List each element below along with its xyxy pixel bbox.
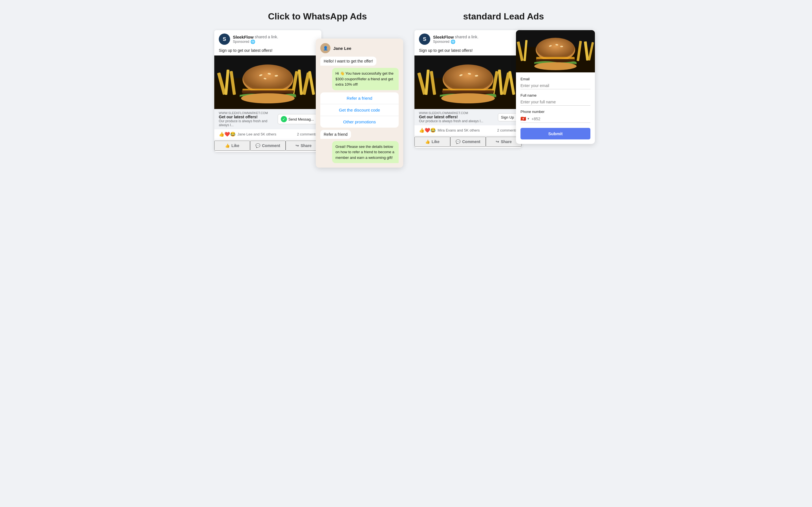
right-fb-avatar-letter: S (423, 36, 426, 42)
right-comment-button[interactable]: 💬 Comment (450, 136, 486, 147)
right-fb-header: S SleekFlow shared a link. Sponsored 🌐 (414, 30, 522, 48)
email-field-group: Email (520, 77, 591, 89)
phone-field-group: Phone number 🇭🇰 ▼ (520, 110, 591, 123)
svg-rect-17 (242, 91, 294, 93)
share-icon-right: ↪ (496, 139, 499, 144)
wa-chat-card: 👤 Jane Lee Hello! I want to get the offe… (316, 39, 403, 168)
left-reactions-wrapper: 👍 ❤️ 😂 Jane Lee and 5K others (219, 131, 276, 137)
left-section: S SleekFlow shared a link. Sponsored 🌐 S… (214, 30, 403, 168)
left-fb-reactions: 👍 ❤️ 😂 Jane Lee and 5K others 2 comments (214, 129, 321, 139)
left-fb-link-meta: WWW.SLEEKFLOWMARKET.COM Get our latest o… (219, 111, 278, 127)
left-comments-count: 2 comments (297, 132, 317, 136)
left-fb-name: SleekFlow shared a link. (233, 35, 278, 40)
left-fb-link-bar: WWW.SLEEKFLOWMARKET.COM Get our latest o… (214, 109, 321, 129)
wa-user-message: Hello! I want to get the offer! (320, 57, 399, 68)
left-fb-avatar-letter: S (223, 36, 226, 42)
right-fb-link-title: Get our latest offers! (419, 115, 483, 119)
titles-row: Click to WhatsApp Ads standard Lead Ads (209, 11, 603, 22)
left-emoji-reactions: 👍 ❤️ 😂 (219, 131, 236, 137)
lead-form-fields: Email Full name Phone number 🇭🇰 (516, 72, 595, 144)
submit-button[interactable]: Submit (520, 128, 591, 139)
right-fb-avatar: S (419, 34, 430, 45)
right-fb-reactions: 👍 ❤️ 😂 Mira Evans and 5K others 2 commen… (414, 125, 522, 135)
wa-bot-reply-wrapper: Hi 👋 You have successfully get the $300 … (320, 68, 399, 93)
wa-btn-discount-code[interactable]: Get the discount code (320, 104, 399, 116)
right-fb-caption: Sign up to get our latest offers! (414, 48, 522, 55)
wa-user-reply-wrapper: Refer a friend (320, 130, 399, 141)
whatsapp-icon-left: ✓ (281, 116, 287, 122)
right-like-reaction: 👍 (419, 128, 424, 133)
right-fb-meta: SleekFlow shared a link. Sponsored 🌐 (433, 35, 478, 44)
right-section-title: standard Lead Ads (463, 11, 544, 22)
wa-contact-name: Jane Lee (333, 46, 351, 51)
left-fb-link-url: WWW.SLEEKFLOWMARKET.COM (219, 111, 278, 115)
wa-btn-other-promotions[interactable]: Other promotions (320, 116, 399, 128)
left-comment-button[interactable]: 💬 Comment (250, 140, 286, 151)
left-fb-avatar: S (219, 34, 230, 45)
right-reactions-wrapper: 👍 ❤️ 😂 Mira Evans and 5K others (419, 128, 480, 133)
love-reaction: ❤️ (224, 131, 230, 137)
right-love-reaction: ❤️ (424, 128, 430, 133)
wa-chat-header: 👤 Jane Lee (320, 43, 399, 53)
email-input[interactable] (520, 82, 591, 89)
wa-user-reply: Refer a friend (320, 130, 351, 139)
svg-point-36 (441, 93, 495, 103)
fullname-label: Full name (520, 93, 591, 98)
phone-flag-chevron: ▼ (527, 117, 530, 120)
phone-flag-selector[interactable]: 🇭🇰 ▼ (520, 116, 530, 121)
right-emoji-reactions: 👍 ❤️ 😂 (419, 128, 436, 133)
svg-point-48 (560, 46, 563, 47)
right-signup-button[interactable]: Sign Up (498, 113, 517, 121)
left-fb-link-title: Get our latest offers! (219, 115, 278, 119)
svg-point-45 (536, 38, 574, 59)
thumbs-up-icon-left: 👍 (225, 144, 230, 148)
left-reactions-text: Jane Lee and 5K others (238, 132, 276, 136)
content-row: S SleekFlow shared a link. Sponsored 🌐 S… (209, 30, 603, 168)
left-like-button[interactable]: 👍 Like (214, 140, 250, 151)
like-reaction: 👍 (219, 131, 224, 137)
svg-point-29 (443, 64, 493, 92)
left-fb-card: S SleekFlow shared a link. Sponsored 🌐 S… (214, 30, 321, 152)
lead-form-image (516, 30, 595, 72)
left-send-message-button[interactable]: ✓ Send Messag... (278, 114, 317, 124)
right-reactions-text: Mira Evans and 5K others (438, 128, 480, 132)
left-food-image (214, 55, 321, 109)
left-food-svg (214, 55, 321, 109)
svg-point-51 (534, 62, 576, 70)
lead-form-card: Email Full name Phone number 🇭🇰 (516, 30, 595, 144)
left-fb-sponsored: Sponsored 🌐 (233, 40, 278, 44)
left-fb-meta: SleekFlow shared a link. Sponsored 🌐 (233, 35, 278, 44)
thumbs-up-icon-right: 👍 (425, 139, 430, 144)
phone-label: Phone number (520, 110, 591, 114)
wa-bot-response: Great! Please see the details below on h… (332, 141, 399, 163)
comment-icon-right: 💬 (456, 139, 460, 144)
right-food-image (414, 55, 522, 109)
lead-form-overlay: Email Full name Phone number 🇭🇰 (516, 30, 595, 144)
left-fb-caption: Sign up to get our latest offers! (214, 48, 321, 55)
right-fb-link-meta: WWW.SLEEKFLOWMARKET.COM Get our latest o… (419, 111, 483, 123)
left-fb-link-desc: Our produce is always fresh and always l… (219, 119, 278, 127)
wa-quick-reply-buttons: Refer a friend Get the discount code Oth… (320, 93, 399, 128)
left-section-title: Click to WhatsApp Ads (268, 11, 367, 22)
phone-input[interactable] (531, 117, 591, 121)
left-fb-actions: 👍 Like 💬 Comment ↪ Share (214, 139, 321, 152)
fullname-input[interactable] (520, 99, 591, 106)
comment-icon-left: 💬 (255, 144, 260, 148)
right-fb-card: S SleekFlow shared a link. Sponsored 🌐 S… (414, 30, 522, 148)
haha-reaction: 😂 (230, 131, 236, 137)
svg-point-18 (241, 93, 295, 103)
right-fb-actions: 👍 Like 💬 Comment ↪ Share (414, 135, 522, 148)
right-fb-name: SleekFlow shared a link. (433, 35, 478, 40)
phone-field-wrapper: 🇭🇰 ▼ (520, 115, 591, 123)
wa-contact-avatar: 👤 (320, 43, 331, 53)
wa-bot-reply: Hi 👋 You have successfully get the $300 … (332, 68, 399, 90)
svg-rect-35 (442, 91, 494, 93)
wa-btn-refer-friend[interactable]: Refer a friend (320, 93, 399, 104)
right-fb-sponsored: Sponsored 🌐 (433, 40, 478, 44)
right-fb-link-bar: WWW.SLEEKFLOWMARKET.COM Get our latest o… (414, 109, 522, 125)
right-fb-link-desc: Our produce is always fresh and always l… (419, 119, 483, 123)
right-food-svg (414, 55, 522, 109)
svg-point-10 (243, 64, 293, 92)
right-like-button[interactable]: 👍 Like (414, 136, 450, 147)
globe-icon-right: 🌐 (451, 40, 455, 44)
